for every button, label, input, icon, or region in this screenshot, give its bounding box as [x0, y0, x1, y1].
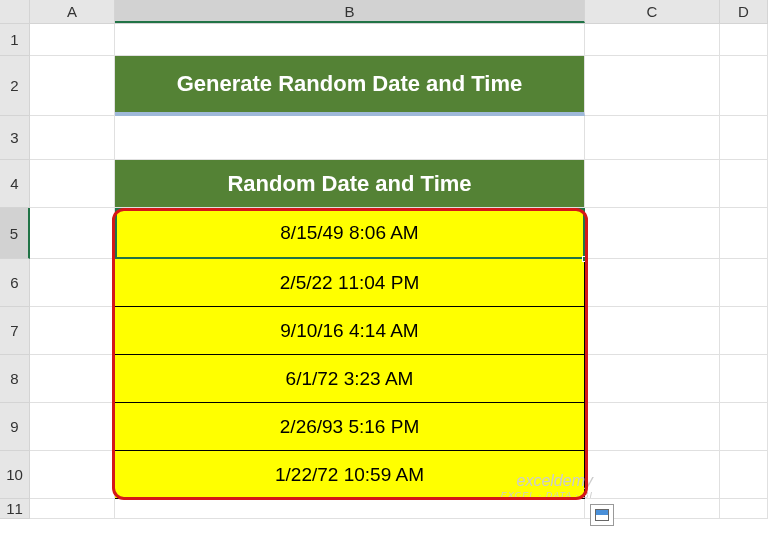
cell-A5[interactable] [30, 208, 115, 259]
data-cell-5[interactable]: 2/26/93 5:16 PM [115, 403, 585, 451]
cell-D10[interactable] [720, 451, 768, 499]
row-10: 10 1/22/72 10:59 AM [0, 451, 768, 499]
spreadsheet-grid: A B C D 1 2 Generate Random Date and Tim… [0, 0, 768, 546]
watermark-main: exceldemy [501, 472, 593, 490]
row-header-7[interactable]: 7 [0, 307, 30, 355]
data-cell-3[interactable]: 9/10/16 4:14 AM [115, 307, 585, 355]
title-cell[interactable]: Generate Random Date and Time [115, 56, 585, 116]
cell-D6[interactable] [720, 259, 768, 307]
auto-fill-icon [595, 509, 609, 521]
data-cell-2[interactable]: 2/5/22 11:04 PM [115, 259, 585, 307]
row-2: 2 Generate Random Date and Time [0, 56, 768, 116]
cell-D7[interactable] [720, 307, 768, 355]
cell-D9[interactable] [720, 403, 768, 451]
cell-B3[interactable] [115, 116, 585, 160]
cell-C2[interactable] [585, 56, 720, 116]
row-header-1[interactable]: 1 [0, 24, 30, 56]
cell-D5[interactable] [720, 208, 768, 259]
cell-C3[interactable] [585, 116, 720, 160]
cell-D8[interactable] [720, 355, 768, 403]
column-header-D[interactable]: D [720, 0, 768, 23]
data-cell-4[interactable]: 6/1/72 3:23 AM [115, 355, 585, 403]
select-all-corner[interactable] [0, 0, 30, 23]
column-headers-row: A B C D [0, 0, 768, 24]
watermark-sub: EXCEL · DATA · BI [501, 490, 593, 500]
cell-C1[interactable] [585, 24, 720, 56]
cell-C4[interactable] [585, 160, 720, 208]
row-8: 8 6/1/72 3:23 AM [0, 355, 768, 403]
cell-A7[interactable] [30, 307, 115, 355]
row-header-4[interactable]: 4 [0, 160, 30, 208]
auto-fill-options-button[interactable] [590, 504, 614, 526]
column-header-cell[interactable]: Random Date and Time [115, 160, 585, 208]
row-7: 7 9/10/16 4:14 AM [0, 307, 768, 355]
row-6: 6 2/5/22 11:04 PM [0, 259, 768, 307]
cell-C7[interactable] [585, 307, 720, 355]
row-header-6[interactable]: 6 [0, 259, 30, 307]
data-cell-1[interactable]: 8/15/49 8:06 AM [115, 208, 585, 259]
column-header-A[interactable]: A [30, 0, 115, 23]
row-header-2[interactable]: 2 [0, 56, 30, 116]
row-11: 11 [0, 499, 768, 519]
watermark: exceldemy EXCEL · DATA · BI [501, 472, 593, 500]
cell-D1[interactable] [720, 24, 768, 56]
row-1: 1 [0, 24, 768, 56]
cell-C10[interactable] [585, 451, 720, 499]
rows-area: 1 2 Generate Random Date and Time 3 4 Ra… [0, 24, 768, 519]
cell-B1[interactable] [115, 24, 585, 56]
cell-D2[interactable] [720, 56, 768, 116]
cell-A2[interactable] [30, 56, 115, 116]
row-header-3[interactable]: 3 [0, 116, 30, 160]
cell-D3[interactable] [720, 116, 768, 160]
row-header-9[interactable]: 9 [0, 403, 30, 451]
cell-A1[interactable] [30, 24, 115, 56]
cell-C9[interactable] [585, 403, 720, 451]
cell-C8[interactable] [585, 355, 720, 403]
cell-C5[interactable] [585, 208, 720, 259]
row-header-5[interactable]: 5 [0, 208, 30, 259]
row-header-10[interactable]: 10 [0, 451, 30, 499]
cell-A4[interactable] [30, 160, 115, 208]
cell-A10[interactable] [30, 451, 115, 499]
cell-A9[interactable] [30, 403, 115, 451]
cell-A3[interactable] [30, 116, 115, 160]
row-3: 3 [0, 116, 768, 160]
cell-A8[interactable] [30, 355, 115, 403]
cell-A11[interactable] [30, 499, 115, 519]
row-9: 9 2/26/93 5:16 PM [0, 403, 768, 451]
row-4: 4 Random Date and Time [0, 160, 768, 208]
cell-C6[interactable] [585, 259, 720, 307]
cell-D11[interactable] [720, 499, 768, 519]
column-header-C[interactable]: C [585, 0, 720, 23]
cell-A6[interactable] [30, 259, 115, 307]
column-header-B[interactable]: B [115, 0, 585, 23]
cell-B11[interactable] [115, 499, 585, 519]
row-header-11[interactable]: 11 [0, 499, 30, 519]
row-header-8[interactable]: 8 [0, 355, 30, 403]
fill-handle[interactable] [582, 256, 588, 262]
row-5: 5 8/15/49 8:06 AM [0, 208, 768, 259]
cell-D4[interactable] [720, 160, 768, 208]
